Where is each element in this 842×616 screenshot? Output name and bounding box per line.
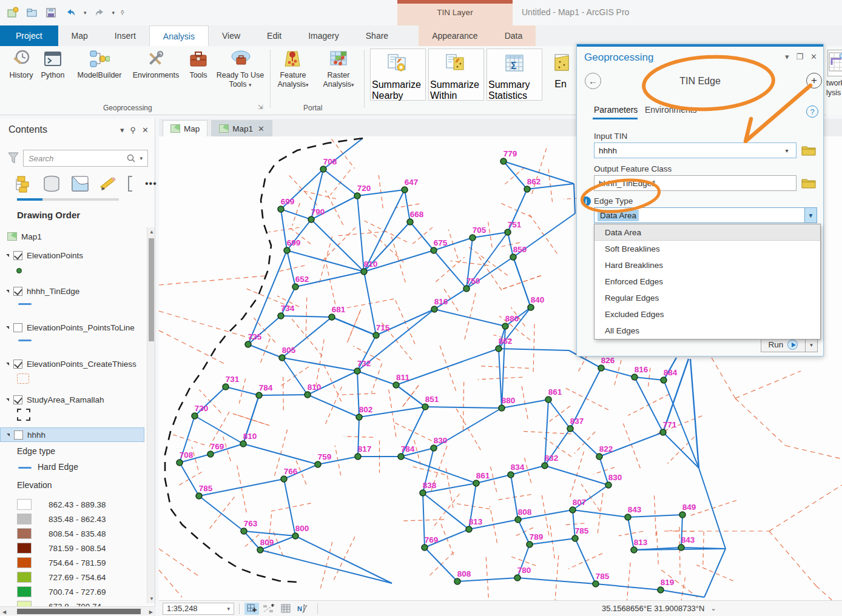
dashed-polygon-symbol[interactable]	[17, 373, 29, 384]
ribbon-tab-view[interactable]: View	[209, 25, 254, 46]
legend-swatch[interactable]	[17, 543, 32, 554]
scale-caret-icon[interactable]: ▾	[227, 606, 230, 612]
close-icon[interactable]: ✕	[810, 52, 817, 61]
output-feature-class-input[interactable]: hhhh_TinEdge1	[594, 175, 797, 191]
filter-icon[interactable]	[7, 152, 19, 165]
scroll-left-icon[interactable]: ◀	[2, 609, 6, 615]
scroll-right-icon[interactable]: ▶	[149, 609, 153, 615]
undo-caret-icon[interactable]: ▾	[84, 10, 87, 16]
ribbon-tab-share[interactable]: Share	[352, 25, 402, 46]
layer-elevationpoints[interactable]: ElevationPoints	[0, 248, 144, 263]
contents-vertical-scrollbar[interactable]: ▲ ▼	[147, 227, 155, 603]
ribbon-tab-project[interactable]: Project	[0, 25, 58, 46]
summary-statistics-button[interactable]: Σ Summary Statistics	[487, 49, 542, 101]
line-symbol[interactable]	[18, 340, 32, 341]
expander-icon[interactable]	[7, 434, 10, 437]
list-by-editing-icon[interactable]	[99, 175, 117, 193]
browse-folder-icon[interactable]	[801, 177, 816, 189]
raster-analysis-button[interactable]: Raster Analysis▾	[317, 49, 360, 89]
browse-folder-icon[interactable]	[801, 144, 816, 156]
close-icon[interactable]: ✕	[142, 126, 149, 135]
panel-menu-icon[interactable]: ▾	[120, 126, 124, 135]
layer-checkbox[interactable]	[14, 430, 23, 440]
save-project-icon[interactable]	[45, 6, 58, 19]
legend-swatch[interactable]	[17, 514, 32, 524]
chevron-down-icon[interactable]: ▼	[804, 208, 817, 223]
add-to-favorites-icon[interactable]: +	[806, 73, 822, 89]
layer-checkbox[interactable]	[13, 251, 22, 260]
edge-type-option[interactable]: Hard Breaklines	[594, 257, 820, 273]
chevron-down-icon[interactable]: ▾	[782, 147, 792, 154]
tab-parameters[interactable]: Parameters	[594, 105, 638, 115]
ribbon-tab-map[interactable]: Map	[58, 25, 101, 46]
scrollbar-thumb[interactable]	[149, 238, 154, 341]
extent-symbol[interactable]	[17, 409, 30, 421]
expander-icon[interactable]	[6, 290, 9, 293]
more-options-icon[interactable]: •••	[145, 178, 157, 189]
search-caret-icon[interactable]: ▾	[140, 155, 143, 161]
redo-icon[interactable]	[93, 6, 106, 19]
info-icon[interactable]: i	[581, 196, 591, 206]
ribbon-tab-edit[interactable]: Edit	[254, 25, 295, 46]
customize-toolbar-icon[interactable]: ▿̄	[121, 9, 124, 17]
layer-checkbox[interactable]	[13, 287, 22, 296]
network-analysis-button-clipped[interactable]: tworklysis	[826, 49, 842, 115]
edge-type-option[interactable]: Regular Edges	[594, 290, 820, 306]
redo-caret-icon[interactable]: ▾	[112, 10, 115, 16]
search-icon[interactable]	[126, 153, 136, 163]
list-by-selection-icon[interactable]	[70, 175, 90, 193]
scrollbar-thumb[interactable]	[17, 609, 141, 614]
environments-button[interactable]: Environments	[129, 49, 183, 80]
scroll-up-icon[interactable]: ▲	[149, 229, 154, 235]
close-tab-icon[interactable]: ✕	[258, 124, 264, 133]
contents-horizontal-scrollbar[interactable]: ◀ ▶	[0, 606, 155, 615]
summarize-nearby-button[interactable]: Summarize Nearby	[370, 49, 426, 101]
new-project-icon[interactable]	[6, 6, 19, 19]
python-button[interactable]: Python	[29, 49, 76, 80]
ribbon-tab-analysis[interactable]: Analysis	[149, 25, 209, 46]
edge-type-option[interactable]: Enforced Edges	[594, 273, 820, 290]
panel-menu-icon[interactable]: ▾	[785, 52, 789, 61]
ready-to-use-tools-button[interactable]: Ready To Use Tools ▾	[215, 49, 266, 89]
layer-map1[interactable]: Map1	[7, 229, 152, 244]
line-symbol[interactable]	[18, 303, 32, 305]
tab-map[interactable]: Map	[163, 120, 207, 136]
layer-createthiess[interactable]: ElevationPoints_CreateThiess	[0, 357, 144, 371]
help-icon[interactable]: ?	[806, 105, 818, 118]
summarize-within-button[interactable]: Summarize Within	[428, 49, 484, 101]
layer-studyarea[interactable]: StudyArea_Ramallah	[0, 392, 144, 407]
undo-icon[interactable]	[64, 6, 78, 19]
layer-hhhh-tinedge[interactable]: hhhh_TinEdge	[0, 284, 144, 298]
expander-icon[interactable]	[6, 326, 9, 329]
list-by-data-source-icon[interactable]	[42, 175, 61, 193]
edge-type-option[interactable]: Excluded Edges	[594, 306, 820, 323]
edge-type-option[interactable]: Data Area	[594, 224, 820, 241]
measure-icon[interactable]	[261, 603, 276, 615]
feature-analysis-button[interactable]: Feature Analysis▾	[271, 49, 315, 89]
ribbon-tab-data[interactable]: Data	[491, 25, 536, 46]
search-input[interactable]: Search ▾	[23, 150, 148, 167]
layer-hhhh[interactable]: hhhh	[0, 427, 144, 442]
ribbon-tab-imagery[interactable]: Imagery	[295, 25, 352, 46]
input-tin-combobox[interactable]: hhhh ▾	[594, 142, 797, 158]
dialog-launcher-icon[interactable]: ⇲	[258, 104, 263, 110]
north-arrow-icon[interactable]: N	[295, 603, 310, 615]
tab-map1[interactable]: Map1 ✕	[211, 120, 272, 136]
expander-icon[interactable]	[6, 254, 9, 257]
layer-pointstoline[interactable]: ElevationPoints_PointsToLine	[0, 320, 144, 335]
edge-type-option[interactable]: All Edges	[594, 323, 820, 339]
ribbon-tab-insert[interactable]: Insert	[101, 25, 149, 46]
tools-button[interactable]: Tools	[177, 49, 220, 80]
layer-checkbox[interactable]	[13, 323, 22, 332]
layer-checkbox[interactable]	[13, 360, 22, 369]
undock-icon[interactable]: ❐	[796, 52, 803, 61]
layout-grid-icon[interactable]	[244, 603, 259, 615]
edge-type-option[interactable]: Soft Breaklines	[594, 241, 820, 257]
point-symbol[interactable]	[16, 268, 22, 273]
coordinates-caret-icon[interactable]: ⌄	[710, 604, 716, 612]
layer-checkbox[interactable]	[13, 395, 22, 404]
list-by-drawing-order-icon[interactable]	[15, 175, 33, 193]
legend-swatch[interactable]	[17, 572, 32, 583]
enrich-button-clipped[interactable]: En	[545, 49, 576, 101]
tab-environments[interactable]: Environments	[645, 105, 697, 115]
